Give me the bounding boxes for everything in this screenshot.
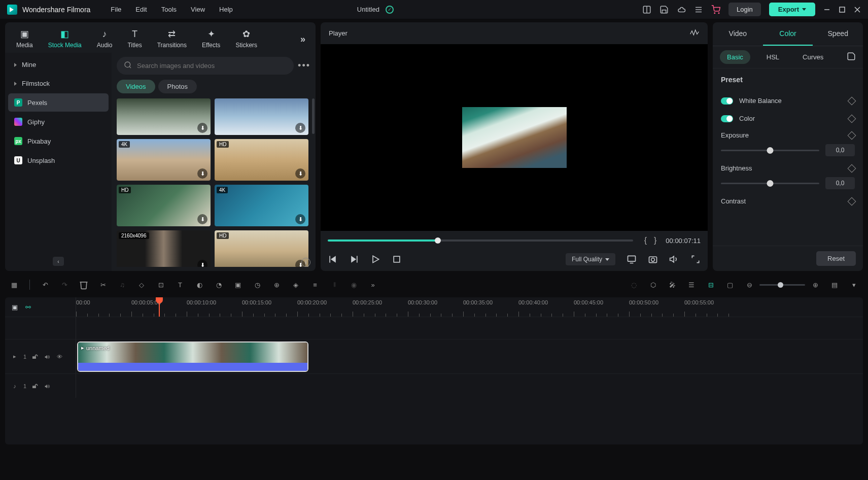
brightness-slider[interactable] bbox=[721, 183, 819, 184]
stock-thumb[interactable]: ⬇ bbox=[117, 98, 211, 135]
keyframe-icon[interactable] bbox=[848, 96, 856, 105]
snap-icon[interactable]: ⊟ bbox=[706, 280, 716, 290]
menu-help[interactable]: Help bbox=[219, 6, 233, 13]
zoom-slider[interactable] bbox=[759, 284, 805, 286]
tab-video[interactable]: Video bbox=[713, 22, 763, 46]
track-options-icon[interactable]: ▾ bbox=[849, 280, 859, 290]
crop-icon[interactable]: ⊡ bbox=[156, 280, 166, 290]
audio-track-icon[interactable]: ♪ bbox=[11, 383, 18, 390]
effect-icon[interactable]: ◉ bbox=[349, 280, 359, 290]
record-icon[interactable]: ◌ bbox=[629, 280, 639, 290]
stock-thumb[interactable]: 4K⬇ bbox=[117, 139, 211, 181]
menu-file[interactable]: File bbox=[111, 6, 121, 13]
volume-icon[interactable] bbox=[669, 254, 679, 264]
delete-icon[interactable] bbox=[79, 280, 89, 290]
keyframe-icon[interactable] bbox=[848, 131, 856, 140]
close-button[interactable] bbox=[854, 6, 861, 13]
tab-stock-media[interactable]: ◧Stock Media bbox=[42, 25, 88, 53]
menu-tools[interactable]: Tools bbox=[161, 6, 177, 13]
mark-in-icon[interactable]: { bbox=[644, 236, 647, 245]
tab-effects[interactable]: ✦Effects bbox=[196, 25, 226, 53]
tag-icon[interactable]: ◇ bbox=[136, 280, 147, 290]
download-icon[interactable]: ⬇ bbox=[197, 214, 207, 224]
download-icon[interactable]: ⬇ bbox=[197, 168, 207, 179]
source-pixabay[interactable]: pxPixabay bbox=[8, 132, 109, 150]
tab-transitions[interactable]: ⇄Transitions bbox=[151, 25, 193, 53]
grid-icon[interactable]: ▦ bbox=[9, 280, 19, 290]
tab-speed[interactable]: Speed bbox=[813, 22, 863, 46]
tab-titles[interactable]: TTitles bbox=[121, 25, 148, 53]
tab-color[interactable]: Color bbox=[763, 22, 813, 46]
source-pexels[interactable]: PPexels bbox=[8, 93, 109, 112]
play-button[interactable] bbox=[370, 254, 380, 264]
download-icon[interactable]: ⬇ bbox=[197, 260, 207, 267]
time-ruler[interactable]: ✂ Click to split (Ctrl+B) Drag to move p… bbox=[76, 297, 863, 317]
fullscreen-icon[interactable] bbox=[690, 254, 701, 264]
export-button[interactable]: Export bbox=[769, 3, 815, 16]
subtab-curves[interactable]: Curves bbox=[795, 50, 830, 64]
scopes-icon[interactable] bbox=[689, 28, 700, 38]
voice-icon[interactable]: ⦀ bbox=[329, 280, 339, 290]
timer-icon[interactable]: ◷ bbox=[252, 280, 262, 290]
zoom-in-icon[interactable]: ⊕ bbox=[810, 280, 820, 290]
mute-icon[interactable]: 🔊︎ bbox=[44, 353, 51, 360]
keyframe-icon[interactable] bbox=[848, 114, 856, 123]
source-filmstock[interactable]: Filmstock bbox=[8, 75, 109, 92]
prev-frame-button[interactable] bbox=[328, 254, 338, 264]
track-manage-icon[interactable]: ▣ bbox=[11, 303, 18, 311]
video-clip[interactable]: ▸unnamed bbox=[77, 341, 308, 372]
speed-icon[interactable]: ◐ bbox=[194, 280, 204, 290]
download-icon[interactable]: ⬇ bbox=[197, 123, 207, 133]
keyframe-icon[interactable] bbox=[848, 164, 856, 173]
exposure-value[interactable]: 0,0 bbox=[825, 144, 855, 156]
subtab-basic[interactable]: Basic bbox=[720, 50, 750, 64]
search-box[interactable] bbox=[117, 57, 294, 75]
render-icon[interactable]: ▢ bbox=[725, 280, 735, 290]
search-input[interactable] bbox=[137, 62, 287, 70]
seek-bar[interactable] bbox=[328, 239, 633, 242]
collapse-sidebar-icon[interactable]: ‹ bbox=[53, 257, 64, 266]
lock-icon[interactable]: 🔓︎ bbox=[31, 353, 39, 360]
exposure-slider[interactable] bbox=[721, 150, 819, 151]
stock-thumb[interactable]: ⬇ bbox=[215, 98, 308, 135]
visibility-icon[interactable]: 👁︎ bbox=[56, 353, 63, 360]
keyframe-tool-icon[interactable]: ◈ bbox=[291, 280, 301, 290]
zoom-out-icon[interactable]: ⊖ bbox=[744, 280, 754, 290]
quality-dropdown[interactable]: Full Quality bbox=[566, 253, 615, 265]
mute-icon[interactable]: 🔊︎ bbox=[44, 383, 51, 390]
undo-icon[interactable]: ↶ bbox=[40, 280, 50, 290]
save-preset-icon[interactable] bbox=[847, 52, 856, 62]
stock-thumb[interactable]: HD⬇ bbox=[215, 230, 308, 267]
keyframe-icon[interactable] bbox=[848, 197, 856, 205]
white-balance-toggle[interactable] bbox=[721, 97, 733, 105]
download-icon[interactable]: ⬇ bbox=[295, 214, 305, 224]
color-toggle[interactable] bbox=[721, 115, 733, 122]
playhead[interactable]: ✂ Click to split (Ctrl+B) Drag to move p… bbox=[159, 297, 160, 317]
brightness-value[interactable]: 0,0 bbox=[825, 177, 855, 189]
text-tool-icon[interactable]: T bbox=[175, 280, 185, 290]
list-icon[interactable] bbox=[694, 5, 703, 14]
adjust-icon[interactable]: ≡ bbox=[310, 280, 320, 290]
filter-photos[interactable]: Photos bbox=[158, 80, 197, 93]
music-edit-icon[interactable]: ♫ bbox=[117, 280, 127, 290]
redo-icon[interactable]: ↷ bbox=[59, 280, 70, 290]
filter-videos[interactable]: Videos bbox=[117, 80, 155, 93]
video-track-icon[interactable]: ▸ bbox=[11, 353, 18, 360]
menu-view[interactable]: View bbox=[191, 6, 205, 13]
frame-icon[interactable]: ▣ bbox=[233, 280, 243, 290]
tab-audio[interactable]: ♪Audio bbox=[91, 25, 119, 53]
display-icon[interactable] bbox=[627, 254, 637, 264]
subtab-hsl[interactable]: HSL bbox=[759, 50, 786, 64]
expand-tabs-icon[interactable]: » bbox=[295, 29, 310, 50]
reset-button[interactable]: Reset bbox=[816, 251, 856, 266]
link-icon[interactable]: ⚯ bbox=[24, 303, 31, 311]
marker-icon[interactable]: ⬡ bbox=[648, 280, 658, 290]
mic-icon[interactable]: 🎤︎ bbox=[667, 280, 677, 290]
scrollbar[interactable] bbox=[312, 98, 315, 134]
layout-icon[interactable] bbox=[642, 5, 651, 14]
stock-thumb[interactable]: 2160x4096⬇ bbox=[117, 230, 211, 267]
stock-thumb[interactable]: 4K⬇ bbox=[215, 185, 308, 226]
more-options-icon[interactable]: ••• bbox=[298, 60, 310, 71]
source-unsplash[interactable]: UUnsplash bbox=[8, 151, 109, 169]
download-icon[interactable]: ⬇ bbox=[295, 168, 305, 179]
